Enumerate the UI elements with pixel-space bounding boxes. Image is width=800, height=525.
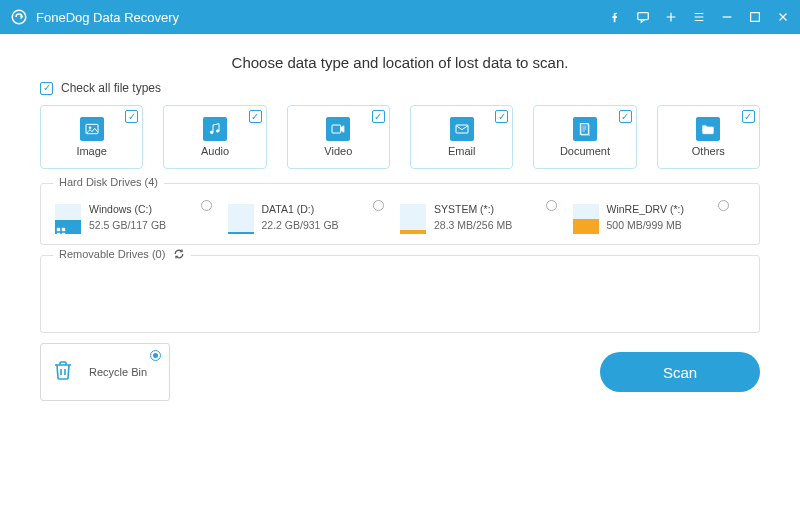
svg-point-0 xyxy=(12,10,26,24)
windows-flag-icon xyxy=(56,223,66,233)
drive-icon xyxy=(400,202,426,234)
titlebar-controls xyxy=(608,10,790,24)
drive-icon xyxy=(228,202,254,234)
drive-item[interactable]: WinRE_DRV (*:)500 MB/999 MB xyxy=(573,202,746,234)
drive-size: 28.3 MB/256 MB xyxy=(434,218,512,234)
others-icon xyxy=(696,117,720,141)
filetype-label: Others xyxy=(692,145,725,157)
removable-title: Removable Drives (0) xyxy=(53,248,191,260)
email-icon xyxy=(450,117,474,141)
removable-section: Removable Drives (0) xyxy=(40,255,760,333)
filetype-checkbox-others[interactable] xyxy=(742,110,755,123)
filetype-card-video[interactable]: Video xyxy=(287,105,390,169)
hard-disk-title: Hard Disk Drives (4) xyxy=(53,176,164,188)
drive-radio[interactable] xyxy=(718,200,729,211)
drive-name: SYSTEM (*:) xyxy=(434,202,512,218)
drive-item[interactable]: DATA1 (D:)22.2 GB/931 GB xyxy=(228,202,401,234)
feedback-icon[interactable] xyxy=(636,10,650,24)
drives-grid: Windows (C:)52.5 GB/117 GBDATA1 (D:)22.2… xyxy=(55,202,745,234)
video-icon xyxy=(326,117,350,141)
check-all-row[interactable]: Check all file types xyxy=(40,81,760,95)
drive-name: Windows (C:) xyxy=(89,202,166,218)
close-icon[interactable] xyxy=(776,10,790,24)
document-icon xyxy=(573,117,597,141)
drive-size: 22.2 GB/931 GB xyxy=(262,218,339,234)
filetype-card-image[interactable]: Image xyxy=(40,105,143,169)
drive-size: 500 MB/999 MB xyxy=(607,218,684,234)
plus-icon[interactable] xyxy=(664,10,678,24)
svg-point-4 xyxy=(89,127,91,129)
drive-name: WinRE_DRV (*:) xyxy=(607,202,684,218)
filetype-grid: ImageAudioVideoEmailDocumentOthers xyxy=(40,105,760,169)
menu-icon[interactable] xyxy=(692,10,706,24)
drive-size: 52.5 GB/117 GB xyxy=(89,218,166,234)
hard-disk-section: Hard Disk Drives (4) Windows (C:)52.5 GB… xyxy=(40,183,760,245)
drive-radio[interactable] xyxy=(373,200,384,211)
app-logo-icon xyxy=(10,8,28,26)
drive-info: WinRE_DRV (*:)500 MB/999 MB xyxy=(607,202,684,234)
filetype-card-others[interactable]: Others xyxy=(657,105,760,169)
page-heading: Choose data type and location of lost da… xyxy=(40,54,760,71)
svg-rect-14 xyxy=(62,233,65,236)
svg-point-5 xyxy=(210,131,213,134)
check-all-checkbox[interactable] xyxy=(40,82,53,95)
filetype-label: Document xyxy=(560,145,610,157)
recycle-bin-card[interactable]: Recycle Bin xyxy=(40,343,170,401)
audio-icon xyxy=(203,117,227,141)
recycle-bin-label: Recycle Bin xyxy=(89,366,147,378)
svg-rect-12 xyxy=(62,228,65,231)
svg-rect-13 xyxy=(57,233,60,236)
filetype-label: Audio xyxy=(201,145,229,157)
drive-info: SYSTEM (*:)28.3 MB/256 MB xyxy=(434,202,512,234)
svg-point-6 xyxy=(216,130,219,133)
filetype-checkbox-image[interactable] xyxy=(125,110,138,123)
drive-radio[interactable] xyxy=(201,200,212,211)
removable-title-text: Removable Drives (0) xyxy=(59,248,165,260)
filetype-card-email[interactable]: Email xyxy=(410,105,513,169)
drive-icon xyxy=(55,202,81,234)
drive-icon xyxy=(573,202,599,234)
scan-button[interactable]: Scan xyxy=(600,352,760,392)
filetype-card-audio[interactable]: Audio xyxy=(163,105,266,169)
svg-rect-1 xyxy=(638,13,649,20)
drive-info: Windows (C:)52.5 GB/117 GB xyxy=(89,202,166,234)
minimize-icon[interactable] xyxy=(720,10,734,24)
share-facebook-icon[interactable] xyxy=(608,10,622,24)
drive-item[interactable]: SYSTEM (*:)28.3 MB/256 MB xyxy=(400,202,573,234)
refresh-icon[interactable] xyxy=(173,248,185,260)
recycle-bin-radio[interactable] xyxy=(150,350,161,361)
drive-name: DATA1 (D:) xyxy=(262,202,339,218)
svg-rect-2 xyxy=(751,13,760,22)
image-icon xyxy=(80,117,104,141)
filetype-checkbox-audio[interactable] xyxy=(249,110,262,123)
filetype-label: Image xyxy=(76,145,107,157)
filetype-checkbox-email[interactable] xyxy=(495,110,508,123)
drive-info: DATA1 (D:)22.2 GB/931 GB xyxy=(262,202,339,234)
drive-item[interactable]: Windows (C:)52.5 GB/117 GB xyxy=(55,202,228,234)
svg-rect-11 xyxy=(57,228,60,231)
filetype-card-document[interactable]: Document xyxy=(533,105,636,169)
check-all-label: Check all file types xyxy=(61,81,161,95)
svg-rect-7 xyxy=(332,125,341,133)
filetype-label: Email xyxy=(448,145,476,157)
titlebar: FoneDog Data Recovery xyxy=(0,0,800,34)
trash-icon xyxy=(51,358,79,386)
svg-rect-8 xyxy=(456,125,468,133)
app-title: FoneDog Data Recovery xyxy=(36,10,608,25)
drive-radio[interactable] xyxy=(546,200,557,211)
filetype-checkbox-document[interactable] xyxy=(619,110,632,123)
maximize-icon[interactable] xyxy=(748,10,762,24)
filetype-label: Video xyxy=(324,145,352,157)
filetype-checkbox-video[interactable] xyxy=(372,110,385,123)
